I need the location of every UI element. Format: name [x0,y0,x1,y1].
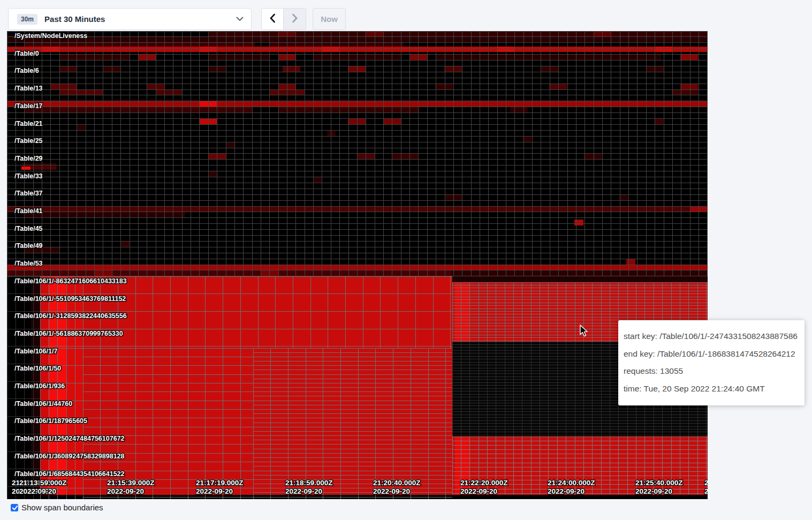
chevron-right-icon [291,13,299,25]
chevron-down-icon [236,17,244,21]
svg-text:/Table/106/1/-8632471606610433: /Table/106/1/-8632471606610433183 [14,277,127,285]
svg-text:/Table/106/1/44760: /Table/106/1/44760 [14,400,72,408]
svg-text:/Table/106/1/50: /Table/106/1/50 [14,365,61,372]
svg-text:21:25:40.000Z: 21:25:40.000Z [635,479,683,487]
show-span-boundaries-checkbox[interactable] [11,504,18,511]
svg-text:2022-09-20: 2022-09-20 [107,487,144,495]
svg-text:/Table/13: /Table/13 [14,85,43,92]
svg-text:/Table/25: /Table/25 [14,137,43,145]
svg-text:21:17:19.000Z: 21:17:19.000Z [196,479,244,487]
time-window-label: Past 30 Minutes [44,14,236,24]
svg-text:21:13:59.000Z: 21:13:59.000Z [19,479,67,487]
svg-text:/Table/41: /Table/41 [14,207,43,215]
svg-text:/Table/6: /Table/6 [14,67,39,74]
now-button[interactable]: Now [313,8,346,30]
show-span-boundaries-label: Show span boundaries [21,503,103,512]
svg-text:/Table/0: /Table/0 [14,50,39,57]
tooltip-time: time: Tue, 20 Sep 2022 21:24:40 GMT [624,384,799,394]
next-time-button[interactable] [284,8,306,30]
svg-text:2022-09-20: 2022-09-20 [285,487,322,495]
svg-text:/Table/106/1/936: /Table/106/1/936 [14,382,65,390]
svg-text:/Table/106/1/-5510953463769811: /Table/106/1/-5510953463769811152 [14,295,126,303]
time-window-dropdown[interactable]: 30m Past 30 Minutes [8,8,252,30]
svg-text:21:24:00.000Z: 21:24:00.000Z [548,479,595,487]
svg-text:21:27:20.000Z: 21:27:20.000Z [704,479,708,487]
svg-text:/System/NodeLiveness: /System/NodeLiveness [14,32,87,40]
svg-text:/Table/53: /Table/53 [14,260,43,267]
hover-tooltip: start key: /Table/106/1/-247433150824388… [618,320,805,405]
svg-text:/Table/37: /Table/37 [14,190,43,197]
time-nav-group [261,8,306,30]
svg-text:/Table/106/1/12502474847561076: /Table/106/1/1250247484756107672 [14,435,125,442]
svg-text:/Table/49: /Table/49 [14,242,43,250]
svg-text:/Table/106/1/68568443541066415: /Table/106/1/6856844354106641522 [14,470,125,478]
svg-text:2022-09-20: 2022-09-20 [19,487,56,495]
time-window-badge: 30m [17,14,37,25]
chevron-left-icon [269,13,276,25]
svg-text:/Table/21: /Table/21 [14,120,43,127]
tooltip-end-key: end key: /Table/106/1/-18683814745282642… [624,349,799,359]
svg-text:/Table/17: /Table/17 [14,102,43,110]
key-visualizer-heatmap[interactable]: /System/NodeLiveness/Table/0/Table/6/Tab… [7,31,708,499]
svg-text:/Table/45: /Table/45 [14,225,43,232]
svg-text:2022-09-20: 2022-09-20 [704,487,708,495]
show-span-boundaries-row[interactable]: Show span boundaries [7,503,103,512]
svg-text:2022-09-20: 2022-09-20 [373,487,410,495]
svg-text:2022-09-20: 2022-09-20 [196,487,233,495]
svg-text:21:22:20.000Z: 21:22:20.000Z [460,479,508,487]
svg-text:21:15:39.000Z: 21:15:39.000Z [107,479,155,487]
svg-text:/Table/106/1/-3128593822440635: /Table/106/1/-3128593822440635556 [14,312,127,320]
svg-text:2022-09-20: 2022-09-20 [548,487,585,495]
svg-text:21:20:40.000Z: 21:20:40.000Z [373,479,421,487]
svg-text:/Table/33: /Table/33 [14,172,43,180]
svg-text:2022-09-20: 2022-09-20 [460,487,497,495]
svg-text:/Table/106/1/7: /Table/106/1/7 [14,348,57,355]
tooltip-start-key: start key: /Table/106/1/-247433150824388… [624,331,799,341]
svg-text:/Table/106/1/36089247583298981: /Table/106/1/3608924758329898128 [14,453,125,460]
svg-text:/Table/29: /Table/29 [14,155,43,162]
svg-text:/Table/106/1/187965605: /Table/106/1/187965605 [14,417,87,425]
svg-text:21:18:59.000Z: 21:18:59.000Z [285,479,333,487]
svg-text:/Table/106/1/-5618863709997653: /Table/106/1/-561886370999765330 [14,330,123,337]
toolbar: 30m Past 30 Minutes Now [8,8,346,30]
tooltip-requests: requests: 13055 [624,366,799,376]
prev-time-button[interactable] [261,8,284,30]
svg-text:2022-09-20: 2022-09-20 [635,487,672,495]
